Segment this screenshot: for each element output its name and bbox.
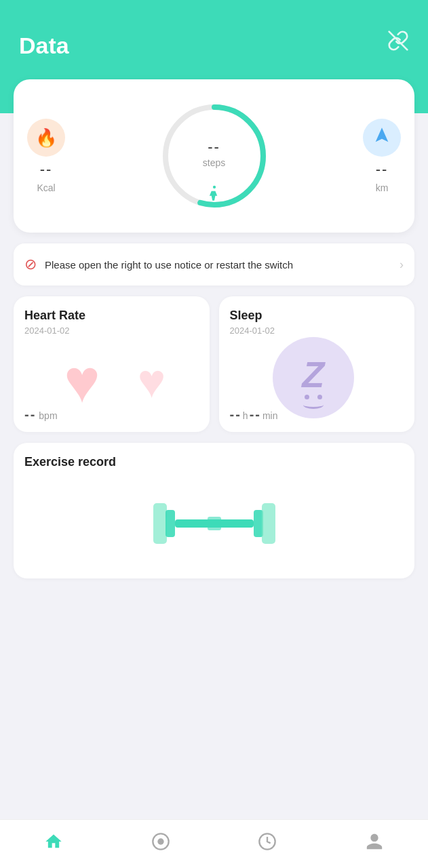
nav-icon-circle [363,119,401,157]
sleep-h-label: h [243,410,248,421]
profile-icon [365,832,384,856]
heart-rate-value: -- [24,407,36,422]
dumbbell-illustration [24,483,404,564]
link-icon[interactable] [387,30,409,56]
calories-unit: Kcal [37,182,55,193]
svg-rect-5 [166,510,175,537]
activity-card: 🔥 -- Kcal -- steps [14,79,414,233]
sleep-illustration: Z [219,337,415,412]
nav-home[interactable] [0,832,107,856]
home-icon [44,832,63,856]
warning-icon: ⊘ [24,256,37,273]
nav-profile[interactable] [321,832,428,856]
fire-icon-circle: 🔥 [27,119,65,157]
heart-rate-unit: bpm [39,410,57,421]
sleep-z-icon: Z [302,356,324,393]
steps-label: steps [203,157,225,168]
sleep-min-value: -- [250,407,261,422]
nav-activity[interactable] [107,832,214,856]
notice-banner[interactable]: ⊘ Please open the right to use notice or… [14,243,414,285]
distance-unit: km [376,182,389,193]
notice-text: Please open the right to use notice or r… [45,258,391,272]
sleep-title: Sleep [230,309,404,323]
chevron-right-icon: › [400,258,404,272]
svg-rect-4 [153,503,167,544]
sleep-min-unit: min [262,410,278,421]
svg-rect-8 [262,503,275,544]
page-title: Data [19,33,69,58]
svg-rect-9 [208,517,221,530]
heart-rate-date: 2024-01-02 [24,326,199,336]
sleep-face: Z [273,337,354,418]
exercise-card[interactable]: Exercise record [14,443,414,578]
dumbbell-svg [147,483,282,564]
heart-rate-title: Heart Rate [24,309,199,323]
svg-point-3 [212,186,215,189]
svg-rect-7 [254,510,263,537]
fire-icon: 🔥 [35,127,57,149]
distance-stat: -- km [363,119,401,193]
svg-point-11 [157,838,163,844]
clock-icon [258,832,277,856]
walk-icon [203,184,226,212]
sleep-eye-left [305,395,309,399]
activity-icon [151,832,170,856]
exercise-title: Exercise record [24,455,404,469]
calories-stat: 🔥 -- Kcal [27,119,65,193]
sleep-hours-value: -- [230,407,241,422]
steps-value: -- [208,138,220,156]
heart-rate-card[interactable]: Heart Rate 2024-01-02 ♥ ♥ -- bpm [14,296,210,432]
distance-value: -- [376,161,389,178]
sleep-value-row: -- h -- min [230,407,278,422]
heart-big-icon: ♥ [64,351,100,412]
navigation-icon [372,126,391,150]
heart-small-icon: ♥ [138,357,166,405]
health-cards-grid: Heart Rate 2024-01-02 ♥ ♥ -- bpm Sleep 2… [14,296,414,432]
sleep-eyes [305,395,322,399]
sleep-smile [303,401,324,409]
sleep-card[interactable]: Sleep 2024-01-02 Z -- h -- [219,296,415,432]
steps-inner: -- steps [203,138,225,168]
steps-ring-container: -- steps [157,98,272,214]
heart-rate-value-row: -- bpm [24,407,58,422]
heart-illustration: ♥ ♥ [14,337,210,412]
bottom-nav [0,819,428,868]
sleep-eye-right [317,395,322,399]
nav-history[interactable] [214,832,322,856]
sleep-date: 2024-01-02 [230,326,404,336]
calories-value: -- [40,161,53,178]
